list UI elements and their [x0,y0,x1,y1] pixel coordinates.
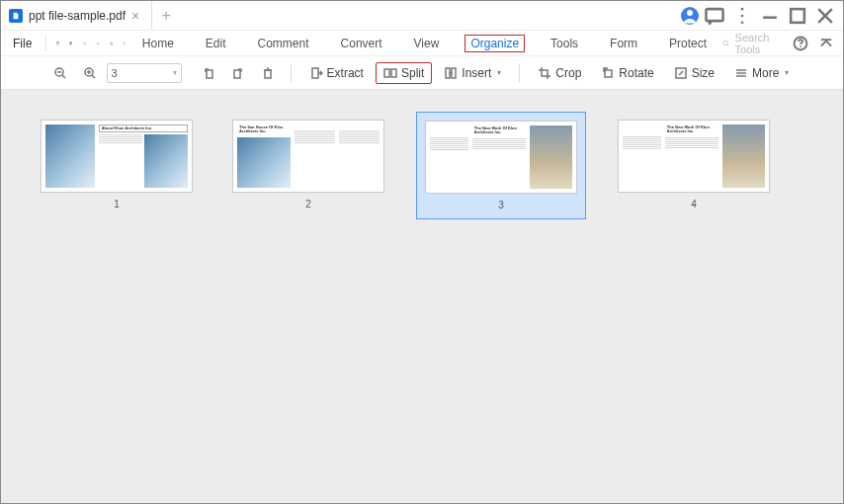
svg-point-2 [741,7,744,10]
insert-button[interactable]: Insert▾ [436,62,509,84]
svg-point-0 [687,10,693,16]
svg-rect-36 [605,70,612,77]
tab-comment[interactable]: Comment [252,35,315,52]
page-thumbnail[interactable]: The New Work Of Klon Architects Inc. 4 [618,120,770,210]
close-window-button[interactable] [813,4,837,28]
thumb-title: The San House Of Klon Architects Inc. [237,125,291,135]
svg-rect-6 [791,9,804,23]
tab-view[interactable]: View [408,35,446,52]
user-avatar[interactable] [681,7,699,25]
page-thumbnail-selected[interactable]: The New Work Of Klon Architects Inc. 3 [416,112,586,219]
svg-point-3 [741,14,744,17]
more-button[interactable]: More▾ [726,62,797,84]
svg-rect-27 [234,70,240,78]
undo-icon[interactable] [83,35,87,52]
zoom-out-button[interactable] [47,62,73,84]
help-icon[interactable] [792,35,809,52]
page-thumbnail[interactable]: About Khon Architects Inc. 1 [41,120,193,210]
quick-dropdown-icon[interactable] [123,35,127,52]
size-button[interactable]: Size [666,62,722,84]
thumb-title: About Khon Architects Inc. [99,125,188,132]
page-number: 1 [114,199,120,210]
new-tab-button[interactable]: + [152,1,180,30]
file-menu[interactable]: File [9,35,36,52]
tab-protect[interactable]: Protect [663,35,713,52]
chevron-down-icon: ▾ [785,68,789,77]
window-controls [681,4,843,28]
svg-point-4 [741,21,744,24]
tab-tools[interactable]: Tools [545,35,584,52]
page-number: 2 [305,199,311,210]
delete-button[interactable] [255,62,281,84]
more-menu-icon[interactable] [730,4,754,28]
svg-line-20 [62,75,65,78]
rotate-right-button[interactable] [225,62,251,84]
minimize-button[interactable] [758,4,782,28]
svg-point-15 [723,41,727,44]
thumb-title: The New Work Of Klon Architects Inc. [665,125,718,135]
chevron-down-icon: ▾ [497,68,501,77]
chat-icon[interactable] [703,4,726,28]
print-icon[interactable] [69,35,73,52]
title-bar: ppt file-sample.pdf × + [1,1,843,31]
svg-rect-35 [452,68,456,78]
chevron-down-icon: ▾ [173,68,177,77]
organize-toolbar: 3▾ Extract Split Insert▾ Crop Rotate Siz… [1,56,843,90]
svg-rect-31 [312,68,318,78]
quick-access-bar: File Home Edit Comment Convert View Orga… [1,31,843,56]
redo-icon[interactable] [96,35,100,52]
tab-form[interactable]: Form [604,35,643,52]
page-number: 3 [498,200,504,210]
svg-rect-26 [207,70,212,78]
svg-rect-28 [265,70,271,78]
page-number: 4 [691,199,697,210]
app-icon [9,9,23,23]
crop-button[interactable]: Crop [530,62,589,84]
close-tab-icon[interactable]: × [131,8,139,24]
svg-rect-12 [70,42,72,42]
svg-rect-33 [391,69,396,77]
maximize-button[interactable] [786,4,809,28]
tab-title: ppt file-sample.pdf [29,9,126,23]
page-thumbnail[interactable]: The San House Of Klon Architects Inc. 2 [232,120,384,210]
save-icon[interactable] [56,35,60,52]
svg-line-23 [92,75,95,78]
tab-home[interactable]: Home [136,35,180,52]
thumbnail-panel: About Khon Architects Inc. 1 The San Hou… [1,90,843,503]
zoom-in-button[interactable] [77,62,103,84]
svg-rect-10 [57,42,58,42]
split-button[interactable]: Split [376,62,432,84]
page-number-input[interactable]: 3▾ [107,63,182,83]
page-number-value: 3 [112,67,118,79]
rotate-left-button[interactable] [196,62,221,84]
tab-organize[interactable]: Organize [464,35,525,52]
tab-convert[interactable]: Convert [335,35,388,52]
thumb-title: The New Work Of Klon Architects Inc. [472,126,526,136]
svg-rect-1 [706,9,722,21]
svg-rect-32 [384,69,389,77]
main-menu: Home Edit Comment Convert View Organize … [136,35,713,52]
svg-rect-34 [446,68,450,78]
svg-line-16 [727,44,729,46]
search-placeholder: Search Tools [735,32,774,55]
rotate-button[interactable]: Rotate [593,62,661,84]
tab-edit[interactable]: Edit [200,35,232,52]
collapse-ribbon-icon[interactable] [817,35,835,52]
document-tab[interactable]: ppt file-sample.pdf × [1,1,152,30]
search-tools[interactable]: Search Tools [722,32,774,55]
share-icon[interactable] [110,35,114,52]
extract-button[interactable]: Extract [301,62,372,84]
